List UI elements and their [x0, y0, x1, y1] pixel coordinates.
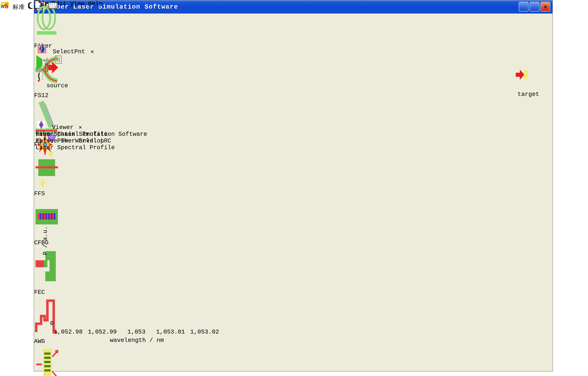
ime-language-bar: A 标准 °,: [0, 0, 58, 11]
ime-logo-button[interactable]: A: [0, 4, 13, 11]
y-axis-title: P / a.u.: [42, 226, 49, 256]
minimize-button[interactable]: [519, 2, 529, 12]
x-tick-label: 1,052.98: [53, 329, 83, 335]
target-node[interactable]: [514, 66, 531, 85]
y-axis-line: [57, 158, 58, 324]
x-tick-label: 1,053.01: [156, 329, 186, 335]
selectpnt-titlebar[interactable]: SelectPnt ✕: [36, 45, 549, 55]
viewer-minimize-button[interactable]: [77, 124, 79, 131]
run-button[interactable]: [36, 55, 42, 70]
ime-keyboard-button[interactable]: [48, 4, 58, 11]
x-tick-label: 1,052.99: [87, 329, 117, 335]
selectpnt-title: SelectPnt: [53, 48, 85, 55]
spectral-peak-base: [134, 272, 136, 324]
ime-fullwidth-button[interactable]: [28, 4, 39, 11]
menu-help[interactable]: Help: [88, 0, 103, 7]
close-button[interactable]: ✕: [541, 2, 550, 12]
tab-laser-chain[interactable]: Laser Chain: [36, 131, 75, 137]
screen: Fiber Laser Simulation Software ✕ File E…: [0, 0, 588, 376]
fullwidth-moon-icon: [28, 2, 35, 9]
laser-spectral-profile-button[interactable]: Laser Spectral Profile: [36, 144, 115, 151]
play-icon: [36, 55, 42, 70]
x-axis-title: wavelength / nm: [92, 337, 182, 344]
close-icon: ✕: [91, 49, 94, 55]
ime-mode-button[interactable]: 标准: [13, 4, 28, 11]
x-tick-label: 1,053: [121, 329, 151, 335]
restore-button[interactable]: [530, 2, 539, 12]
target-icon: [514, 66, 531, 83]
source-label: source: [46, 83, 68, 89]
main-titlebar[interactable]: Fiber Laser Simulation Software ✕: [34, 0, 552, 14]
y-tick-label: 0: [43, 320, 53, 327]
viewer-eye-icon: [37, 124, 49, 131]
menu-view[interactable]: View: [70, 0, 84, 7]
source-icon: [43, 59, 60, 76]
selectpnt-window: SelectPnt ✕: [36, 45, 549, 119]
viewer-window: Viewer ✕ F: [36, 121, 373, 359]
punctuation-label: °,: [39, 5, 44, 10]
source-node[interactable]: [43, 59, 60, 77]
soft-keyboard-icon: [48, 2, 58, 9]
x-axis-line: [55, 323, 219, 324]
ime-mode-label: 标准: [13, 4, 25, 11]
selectpnt-globe-icon: [38, 48, 50, 55]
viewer-close-button[interactable]: ✕: [79, 124, 82, 131]
viewer-title: Viewer: [52, 124, 74, 131]
viewer-titlebar[interactable]: Viewer ✕: [36, 121, 373, 131]
ime-punctuation-button[interactable]: °,: [39, 4, 48, 11]
selectpnt-minimize-button[interactable]: [89, 48, 91, 55]
target-label: target: [518, 91, 539, 98]
close-icon: ✕: [79, 125, 82, 131]
svg-text:A: A: [1, 3, 5, 9]
close-icon: ✕: [544, 3, 547, 10]
x-tick-label: 1,053.02: [189, 329, 220, 335]
pulse-power-envelop-button[interactable]: Pulse Power Envelop: [36, 138, 115, 144]
ime-logo-icon: A: [0, 0, 9, 9]
selectpnt-close-button[interactable]: ✕: [91, 48, 94, 55]
